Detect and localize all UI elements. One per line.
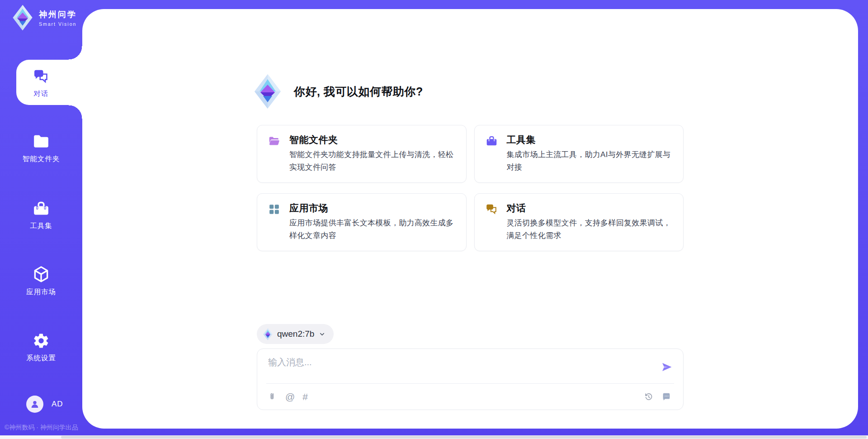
sidebar-item-label: 应用市场 — [26, 287, 56, 297]
card-toolset[interactable]: 工具集 集成市场上主流工具，助力AI与外界无缝扩展与对接 — [474, 125, 684, 183]
sidebar-item-label: 智能文件夹 — [23, 154, 60, 164]
sidebar-item-settings[interactable]: 系统设置 — [0, 332, 82, 363]
sidebar: 神州问学 Smart Vision 对话 智能文件夹 — [0, 0, 82, 439]
toolbox-icon — [33, 200, 50, 217]
card-title: 应用市场 — [289, 201, 458, 215]
greeting-diamond-icon — [254, 73, 281, 110]
chat-icon — [33, 68, 50, 85]
scrollbar-thumb[interactable] — [61, 436, 867, 439]
card-title: 智能文件夹 — [289, 133, 458, 147]
mention-icon[interactable]: @ — [285, 392, 295, 401]
horizontal-scrollbar[interactable] — [0, 435, 868, 439]
feedback-chat-icon[interactable] — [661, 392, 671, 402]
send-icon[interactable] — [660, 361, 673, 373]
card-description: 灵活切换多模型文件，支持多样回复效果调试，满足个性化需求 — [507, 217, 675, 242]
sidebar-item-toolset[interactable]: 工具集 — [0, 200, 82, 231]
main-panel: 你好, 我可以如何帮助你? 智能文件夹 智能文件夹功能支持批量文件上传与清洗，轻… — [82, 9, 858, 429]
chat-home-content: 你好, 我可以如何帮助你? 智能文件夹 智能文件夹功能支持批量文件上传与清洗，轻… — [257, 9, 684, 429]
brand-subtitle: Smart Vision — [39, 21, 77, 27]
card-app-market[interactable]: 应用市场 应用市场提供丰富长文本模板，助力高效生成多样化文章内容 — [257, 193, 467, 251]
user-initials: AD — [52, 400, 63, 409]
sidebar-item-smart-folder[interactable]: 智能文件夹 — [0, 133, 82, 164]
brand-name: 神州问学 — [39, 9, 77, 20]
cube-icon — [33, 266, 50, 283]
grid-icon — [268, 203, 280, 215]
folder-icon — [33, 133, 50, 150]
chevron-down-icon — [319, 331, 326, 338]
active-tab-fillet-bottom — [69, 105, 82, 119]
card-title: 对话 — [507, 201, 675, 215]
card-description: 集成市场上主流工具，助力AI与外界无缝扩展与对接 — [507, 148, 675, 174]
sidebar-item-label: 系统设置 — [26, 353, 56, 363]
user-account[interactable]: AD — [26, 396, 63, 413]
greeting-text: 你好, 我可以如何帮助你? — [294, 84, 423, 99]
greeting: 你好, 我可以如何帮助你? — [254, 73, 423, 110]
model-selector-row: qwen2:7b — [257, 324, 334, 344]
message-composer: @ # — [257, 348, 684, 410]
brand: 神州问学 Smart Vision — [12, 5, 77, 31]
sidebar-item-label: 工具集 — [30, 221, 52, 231]
active-tab-fillet-top — [69, 46, 82, 60]
model-diamond-icon — [263, 328, 273, 340]
chat-icon — [486, 203, 498, 215]
message-input[interactable] — [268, 356, 649, 382]
folder-open-icon — [268, 135, 280, 147]
sidebar-item-app-market[interactable]: 应用市场 — [0, 266, 82, 297]
copyright-footer: ©神州数码 · 神州问学出品 — [5, 424, 78, 432]
hashtag-icon[interactable]: # — [302, 392, 308, 401]
feature-cards: 智能文件夹 智能文件夹功能支持批量文件上传与清洗，轻松实现文件问答 — [257, 125, 684, 251]
card-smart-folder[interactable]: 智能文件夹 智能文件夹功能支持批量文件上传与清洗，轻松实现文件问答 — [257, 125, 467, 183]
attachment-icon[interactable] — [269, 392, 278, 401]
brand-diamond-icon — [12, 5, 33, 31]
model-selector[interactable]: qwen2:7b — [257, 324, 334, 344]
model-name: qwen2:7b — [277, 329, 314, 339]
card-title: 工具集 — [507, 133, 675, 147]
sidebar-item-chat[interactable]: 对话 — [0, 68, 82, 99]
composer-toolbar-right — [644, 392, 671, 402]
card-description: 应用市场提供丰富长文本模板，助力高效生成多样化文章内容 — [289, 217, 458, 242]
card-description: 智能文件夹功能支持批量文件上传与清洗，轻松实现文件问答 — [289, 148, 458, 174]
composer-toolbar: @ # — [266, 383, 674, 410]
toolbox-icon — [486, 135, 498, 147]
sidebar-item-label: 对话 — [34, 89, 49, 99]
gear-icon — [33, 332, 50, 349]
history-icon[interactable] — [644, 392, 654, 402]
user-avatar-icon — [26, 396, 43, 413]
card-chat[interactable]: 对话 灵活切换多模型文件，支持多样回复效果调试，满足个性化需求 — [474, 193, 684, 251]
